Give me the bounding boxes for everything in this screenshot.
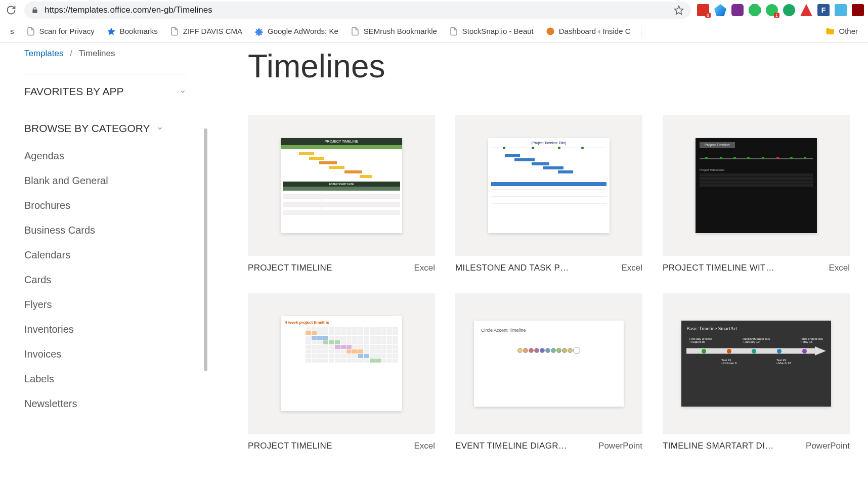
category-item[interactable]: Flyers [24, 292, 186, 317]
template-app: Excel [829, 263, 850, 273]
bookmark-item[interactable]: SEMrush Bookmarkle [345, 24, 442, 39]
folder-icon [826, 27, 835, 36]
page-title: Timelines [248, 48, 838, 85]
template-card[interactable]: [Project Timeline Title] [455, 115, 642, 273]
bookmark-item[interactable]: ZIFF DAVIS CMA [165, 24, 247, 39]
sidebar-scrollbar[interactable] [204, 128, 207, 371]
bookmark-item[interactable]: Google AdWords: Ke [249, 24, 343, 39]
category-item[interactable]: Calendars [24, 243, 186, 268]
template-title: EVENT TIMELINE DIAGR… [455, 441, 567, 451]
template-title: MILESTONE AND TASK P… [455, 263, 569, 273]
page-body: Templates / Timelines FAVORITES BY APP B… [0, 42, 868, 488]
template-thumb: [Project Timeline Title] [455, 115, 642, 256]
extension-icon[interactable]: F [817, 4, 830, 16]
chevron-down-icon [156, 125, 163, 132]
thumb-preview: Project Timeline Project Milestones [696, 138, 817, 233]
template-app: Excel [621, 263, 642, 273]
extension-icon[interactable] [714, 4, 726, 16]
thumb-preview: [Project Timeline Title] [488, 138, 610, 233]
bookmarks-bar: s Scan for Privacy Bookmarks ZIFF DAVIS … [0, 20, 868, 42]
category-item[interactable]: Invoices [24, 342, 186, 367]
template-grid: PROJECT TIMELINE ENTER START DATE [248, 115, 838, 451]
extension-icons: 8 1 F [697, 4, 864, 16]
google-icon [254, 27, 264, 36]
category-item[interactable]: Business Cards [24, 218, 186, 243]
category-item[interactable]: Agendas [24, 144, 186, 168]
thumb-preview: Basic Timeline SmartArt First day of cla… [681, 321, 831, 407]
svg-point-2 [546, 27, 554, 35]
template-title: PROJECT TIMELINE [248, 441, 332, 451]
category-item[interactable]: Inventories [24, 317, 186, 342]
breadcrumb-root[interactable]: Templates [24, 49, 63, 58]
template-title: PROJECT TIMELINE [248, 263, 332, 273]
thumb-preview: Circle Accent Timeline [474, 321, 624, 407]
lock-icon [31, 7, 38, 14]
extension-icon[interactable] [731, 4, 744, 16]
card-meta: PROJECT TIMELINE Excel [248, 263, 435, 273]
reload-button[interactable] [4, 3, 18, 17]
template-thumb: 4 week project timeline [248, 293, 435, 434]
sidebar: FAVORITES BY APP BROWSE BY CATEGORY Agen… [24, 74, 186, 416]
chevron-down-icon [179, 88, 186, 95]
extension-icon[interactable] [783, 4, 795, 16]
template-card[interactable]: Project Timeline Project Milestones PR [663, 115, 850, 273]
other-bookmarks[interactable]: Other [820, 24, 863, 39]
template-app: PowerPoint [806, 441, 850, 451]
card-meta: EVENT TIMELINE DIAGR… PowerPoint [455, 441, 642, 451]
card-meta: PROJECT TIMELINE WIT… Excel [663, 263, 850, 273]
template-card[interactable]: PROJECT TIMELINE ENTER START DATE [248, 115, 435, 273]
star-icon [107, 27, 116, 36]
thumb-preview: PROJECT TIMELINE ENTER START DATE [281, 138, 402, 233]
svg-marker-0 [675, 6, 683, 15]
category-item[interactable]: Newsletters [24, 391, 186, 416]
category-item[interactable]: Brochures [24, 193, 186, 218]
template-title: TIMELINE SMARTART DI… [663, 441, 773, 451]
bookmark-item[interactable]: Dashboard ‹ Inside C [541, 24, 636, 39]
page-icon [449, 27, 458, 36]
template-app: PowerPoint [598, 441, 642, 451]
bookmark-item[interactable]: Bookmarks [102, 24, 163, 39]
breadcrumb-sep: / [70, 49, 72, 58]
dashboard-icon [546, 27, 555, 36]
extension-icon[interactable]: 1 [766, 4, 778, 16]
bookmark-item[interactable]: StockSnap.io - Beaut [444, 24, 539, 39]
breadcrumb: Templates / Timelines [24, 49, 207, 59]
template-app: Excel [414, 263, 435, 273]
extension-icon[interactable] [835, 4, 847, 16]
card-meta: TIMELINE SMARTART DI… PowerPoint [663, 441, 850, 451]
sidebar-wrap: Templates / Timelines FAVORITES BY APP B… [0, 42, 207, 488]
extension-icon[interactable] [852, 4, 864, 16]
bookmark-item[interactable]: s [5, 24, 19, 38]
separator [641, 25, 641, 37]
browser-toolbar: https://templates.office.com/en-gb/Timel… [0, 0, 868, 20]
favorites-by-app-toggle[interactable]: FAVORITES BY APP [24, 74, 186, 109]
extension-icon[interactable] [749, 4, 761, 16]
extension-icon[interactable]: 8 [697, 4, 709, 16]
address-bar[interactable]: https://templates.office.com/en-gb/Timel… [24, 2, 691, 19]
reload-icon [6, 5, 16, 15]
template-title: PROJECT TIMELINE WIT… [663, 263, 774, 273]
template-thumb: Project Timeline Project Milestones [663, 115, 850, 256]
svg-marker-1 [107, 27, 115, 35]
breadcrumb-current: Timelines [78, 49, 115, 58]
template-card[interactable]: 4 week project timeline [248, 293, 435, 451]
category-item[interactable]: Cards [24, 268, 186, 292]
extension-icon[interactable] [800, 4, 812, 16]
url-text: https://templates.office.com/en-gb/Timel… [45, 5, 668, 15]
category-item[interactable]: Labels [24, 367, 186, 391]
category-item[interactable]: Blank and General [24, 168, 186, 193]
page-icon [351, 27, 360, 36]
template-card[interactable]: Circle Accent Timeline [455, 293, 642, 451]
card-meta: MILESTONE AND TASK P… Excel [455, 263, 642, 273]
bookmark-star-icon[interactable] [674, 5, 684, 15]
browse-by-category-toggle[interactable]: BROWSE BY CATEGORY [24, 109, 186, 144]
bookmark-item[interactable]: Scan for Privacy [21, 24, 100, 39]
template-card[interactable]: Basic Timeline SmartArt First day of cla… [663, 293, 850, 451]
card-meta: PROJECT TIMELINE Excel [248, 441, 435, 451]
template-thumb: PROJECT TIMELINE ENTER START DATE [248, 115, 435, 256]
category-list: Agendas Blank and General Brochures Busi… [24, 144, 186, 416]
page-icon [26, 27, 35, 36]
template-thumb: Basic Timeline SmartArt First day of cla… [663, 293, 850, 434]
template-app: Excel [414, 441, 435, 451]
template-thumb: Circle Accent Timeline [455, 293, 642, 434]
